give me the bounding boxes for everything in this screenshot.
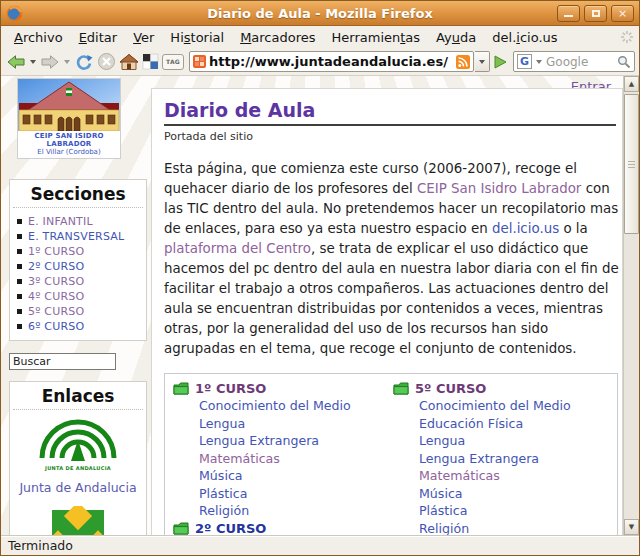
menu-ver[interactable]: Ver — [125, 28, 162, 47]
folder-icon — [393, 382, 409, 395]
list-item: E. INFANTIL — [17, 214, 142, 229]
back-dropdown[interactable] — [30, 60, 36, 64]
sidebar-link[interactable]: 4º CURSO — [28, 290, 84, 303]
inline-link[interactable]: CEIP San Isidro Labrador — [417, 181, 581, 196]
course-item-link[interactable]: Plástica — [199, 486, 247, 501]
junta-link[interactable]: Junta de Andalucia — [10, 480, 146, 495]
course-item: Plástica — [173, 485, 393, 503]
menu-bar: ArchivoEditarVerHistorialMarcadoresHerra… — [1, 26, 639, 48]
course-item-link[interactable]: Conocimiento del Medio — [419, 398, 571, 413]
course-header-link[interactable]: 2º CURSO — [195, 521, 266, 535]
course-item: Matemáticas — [393, 467, 613, 485]
course-header-link[interactable]: 5º CURSO — [415, 381, 486, 396]
course-item-link[interactable]: Plástica — [419, 503, 467, 518]
course-item-link[interactable]: Religión — [199, 503, 249, 518]
course-header-link[interactable]: 1º CURSO — [195, 381, 266, 396]
school-logo[interactable]: CEIP SAN ISIDRO LABRADOR El Villar (Cord… — [17, 78, 121, 159]
page-title[interactable]: Diario de Aula — [164, 99, 315, 121]
close-icon: × — [618, 8, 627, 19]
course-item: Lengua Extrangera — [173, 432, 393, 450]
vertical-scrollbar[interactable]: ▲ ▼ — [623, 76, 639, 535]
stop-button[interactable] — [96, 50, 117, 74]
course-item: Música — [393, 485, 613, 503]
sidebar-link[interactable]: E. INFANTIL — [28, 215, 93, 228]
browser-window: Diario de Aula - Mozilla Firefox × Archi… — [0, 0, 640, 556]
square-bullet-icon — [17, 279, 22, 284]
browser-viewport: Entrar — [1, 76, 639, 535]
course-item-link[interactable]: Música — [199, 468, 243, 483]
menu-archivo[interactable]: Archivo — [6, 28, 71, 47]
forward-icon — [40, 54, 60, 70]
folder-icon — [173, 522, 189, 535]
title-rule — [164, 124, 616, 126]
menu-ayuda[interactable]: Ayuda — [428, 28, 484, 47]
course-item-link[interactable]: Educación Física — [419, 416, 523, 431]
menu-del-icio-us[interactable]: del.icio.us — [484, 28, 565, 47]
web-search-input[interactable] — [546, 55, 615, 69]
tag-button[interactable]: TAG — [161, 50, 185, 74]
menu-herramientas[interactable]: Herramientas — [324, 28, 429, 47]
menu-editar[interactable]: Editar — [71, 28, 126, 47]
inline-link[interactable]: plataforma del Centro — [164, 241, 311, 256]
links-title: Enlaces — [13, 382, 143, 410]
averroes-logo[interactable] — [47, 506, 109, 535]
square-bullet-icon — [17, 294, 22, 299]
intro-paragraph: Esta página, que comienza este curso (20… — [164, 159, 620, 359]
sidebar-link[interactable]: 6º CURSO — [28, 320, 84, 333]
course-item-link[interactable]: Matemáticas — [419, 468, 500, 483]
menu-historial[interactable]: Historial — [162, 28, 232, 47]
delicious-button[interactable] — [141, 50, 160, 74]
back-button[interactable] — [5, 50, 27, 74]
window-title: Diario de Aula - Mozilla Firefox — [1, 6, 639, 21]
school-logo-caption: CEIP SAN ISIDRO LABRADOR El Villar (Cord… — [18, 131, 120, 158]
sections-title: Secciones — [13, 180, 143, 208]
forward-dropdown[interactable] — [64, 60, 70, 64]
course-item-link[interactable]: Lengua — [419, 433, 465, 448]
folder-icon — [173, 382, 189, 395]
scrollbar-track[interactable] — [624, 92, 639, 519]
course-item-link[interactable]: Matemáticas — [199, 451, 280, 466]
list-item: 5º CURSO — [17, 304, 142, 319]
junta-de-andalucia-logo[interactable] — [32, 418, 124, 464]
course-item-link[interactable]: Conocimiento del Medio — [199, 398, 351, 413]
course-item-link[interactable]: Religión — [419, 521, 469, 535]
url-history-dropdown[interactable] — [475, 51, 490, 72]
site-search-input[interactable] — [9, 353, 116, 370]
scroll-up-button[interactable]: ▲ — [624, 76, 639, 92]
junta-logo-text: JUNTA DE ANDALUCIA — [10, 465, 146, 471]
close-button[interactable]: × — [611, 5, 634, 22]
course-header: 2º CURSO — [173, 520, 393, 536]
scroll-down-button[interactable]: ▼ — [624, 519, 639, 535]
course-item-link[interactable]: Música — [419, 486, 463, 501]
sidebar-link[interactable]: 5º CURSO — [28, 305, 84, 318]
course-item-link[interactable]: Lengua Extrangera — [199, 433, 319, 448]
forward-button[interactable] — [39, 50, 61, 74]
course-item: Religión — [393, 520, 613, 536]
maximize-button[interactable] — [584, 5, 607, 22]
sidebar-link[interactable]: 1º CURSO — [28, 245, 84, 258]
search-engine-dropdown[interactable] — [536, 60, 542, 64]
rss-icon[interactable] — [456, 55, 470, 69]
search-icon[interactable] — [617, 55, 631, 69]
course-item-link[interactable]: Lengua Extrangera — [419, 451, 539, 466]
course-item: Música — [173, 467, 393, 485]
sidebar-link[interactable]: 2º CURSO — [28, 260, 84, 273]
scrollbar-thumb[interactable] — [624, 94, 639, 234]
square-bullet-icon — [17, 324, 22, 329]
firefox-icon — [6, 5, 23, 22]
home-button[interactable] — [118, 50, 140, 74]
course-item-link[interactable]: Lengua — [199, 416, 245, 431]
inline-link[interactable]: del.icio.us — [492, 221, 559, 236]
menu-marcadores[interactable]: Marcadores — [232, 28, 323, 47]
go-button[interactable] — [491, 50, 509, 74]
list-item: 3º CURSO — [17, 274, 142, 289]
course-item: Religión — [173, 502, 393, 520]
course-item: Educación Física — [393, 415, 613, 433]
minimize-button[interactable] — [557, 5, 580, 22]
sidebar-link[interactable]: E. TRANSVERSAL — [28, 230, 124, 243]
address-input[interactable] — [209, 54, 453, 69]
sidebar-link[interactable]: 3º CURSO — [28, 275, 84, 288]
course-header: 1º CURSO — [173, 379, 393, 397]
reload-button[interactable] — [73, 50, 95, 74]
google-icon: G — [517, 54, 532, 69]
